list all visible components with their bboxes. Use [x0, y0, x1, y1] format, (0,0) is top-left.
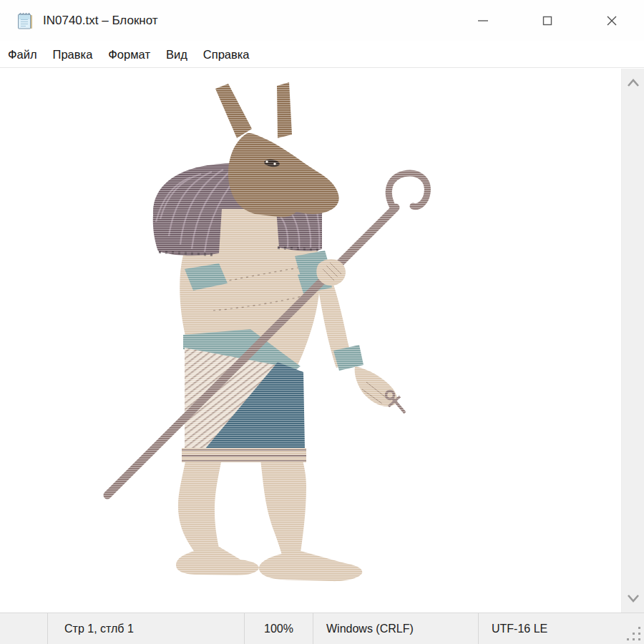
- titlebar[interactable]: IN0740.txt – Блокнот: [0, 0, 644, 42]
- chevron-up-icon: [627, 79, 640, 87]
- maximize-icon: [540, 14, 555, 28]
- scroll-up-button[interactable]: [622, 69, 644, 97]
- close-button[interactable]: [580, 0, 644, 42]
- menu-item-edit[interactable]: Правка: [45, 42, 101, 68]
- scroll-down-button[interactable]: [622, 584, 644, 613]
- chevron-down-icon: [627, 594, 640, 602]
- vertical-scrollbar[interactable]: [622, 69, 644, 613]
- eye-glint: [273, 162, 275, 165]
- window-title: IN0740.txt – Блокнот: [43, 0, 158, 42]
- notepad-icon: [16, 11, 34, 30]
- back-leg: [178, 458, 222, 552]
- menu-item-help[interactable]: Справка: [195, 42, 258, 68]
- staff-hook: [389, 173, 427, 210]
- front-foot: [259, 551, 362, 581]
- ear-right: [277, 82, 292, 138]
- front-leg: [260, 459, 306, 555]
- encoding: UTF-16 LE: [478, 613, 644, 644]
- resize-grip[interactable]: [627, 627, 643, 643]
- minimize-button[interactable]: [451, 0, 515, 42]
- menu-item-file[interactable]: Файл: [0, 42, 45, 68]
- statusbar: Стр 1, стлб 1 100% Windows (CRLF) UTF-16…: [0, 613, 644, 644]
- line-ending: Windows (CRLF): [313, 613, 478, 644]
- minimize-icon: [476, 14, 490, 28]
- head: [228, 133, 339, 218]
- status-spacer: [0, 613, 47, 644]
- ear-left: [215, 84, 252, 138]
- close-icon: [605, 14, 619, 28]
- menubar: Файл Правка Формат Вид Справка: [0, 42, 644, 68]
- hand-far: [355, 366, 397, 406]
- cursor-position: Стр 1, стлб 1: [47, 613, 244, 644]
- eye-glint: [265, 160, 268, 162]
- text-editor-area[interactable]: [0, 69, 622, 613]
- back-foot: [176, 547, 259, 575]
- zoom-level: 100%: [244, 613, 313, 644]
- notepad-window: IN0740.txt – Блокнот Файл Правка Формат …: [0, 0, 644, 644]
- menu-item-view[interactable]: Вид: [158, 42, 195, 68]
- set-deity-artwork: [0, 69, 622, 613]
- maximize-button[interactable]: [515, 0, 580, 42]
- menu-item-format[interactable]: Формат: [100, 42, 158, 68]
